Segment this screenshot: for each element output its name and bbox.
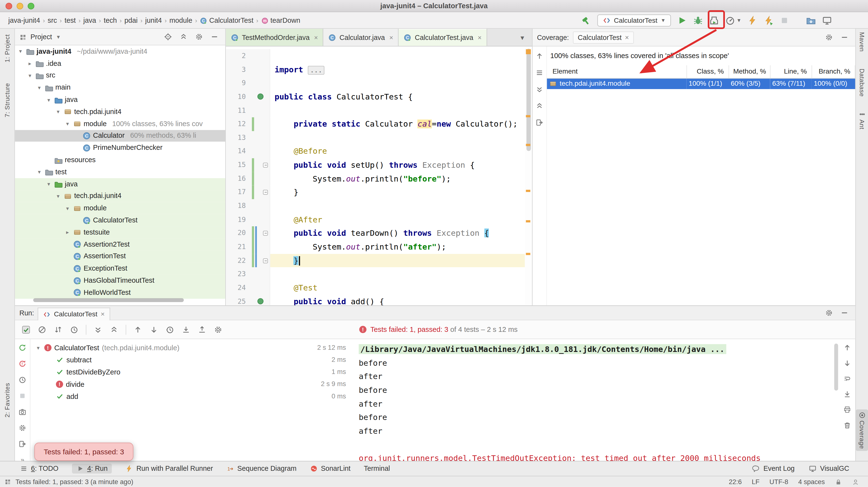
line-number[interactable]: 15 xyxy=(226,158,251,172)
line-number[interactable]: 10 xyxy=(226,90,251,104)
debug-button[interactable] xyxy=(693,15,703,25)
chevron-down-icon[interactable]: ▾ xyxy=(17,48,24,55)
line-number[interactable]: 9 xyxy=(226,76,251,90)
fold-marker[interactable] xyxy=(263,163,268,168)
breadcrumb-item[interactable]: mtearDown xyxy=(259,17,302,25)
toolbar-item-event-log[interactable]: Event Log xyxy=(752,465,795,473)
expand-all-button[interactable] xyxy=(93,325,102,334)
line-number[interactable]: 19 xyxy=(226,213,251,226)
chevron-right-icon[interactable]: ▸ xyxy=(27,61,33,67)
line-number[interactable]: 24 xyxy=(226,281,251,295)
editor-tab[interactable]: CCalculatorTest.java× xyxy=(399,29,487,46)
toolbar-item-terminal[interactable]: Terminal xyxy=(364,465,390,473)
code-line[interactable]: 12 private static Calculator cal=new Cal… xyxy=(226,118,532,131)
tree-item[interactable]: CHelloWorldTest xyxy=(15,287,225,299)
clear-console-button[interactable] xyxy=(843,421,851,429)
chevron-down-icon[interactable]: ▾ xyxy=(36,85,42,91)
screenshot-button[interactable] xyxy=(18,408,26,416)
scrollbar-thumb[interactable] xyxy=(527,48,531,151)
toolbar-item-todo[interactable]: 6: TODO xyxy=(20,465,58,473)
test-result-row[interactable]: subtract2 ms xyxy=(31,354,352,366)
scroll-to-end-button[interactable] xyxy=(843,390,851,398)
run-button[interactable] xyxy=(677,15,687,25)
sort-alphabetically-toggle[interactable] xyxy=(54,325,63,334)
chevron-down-icon[interactable]: ▼ xyxy=(56,34,61,40)
line-number[interactable]: 17 xyxy=(226,186,251,199)
tree-item[interactable]: CCalculator60% methods, 63% li xyxy=(15,130,225,142)
scroll-down-button[interactable] xyxy=(843,359,851,367)
test-history-button[interactable] xyxy=(18,376,26,384)
rerun-tests-button[interactable] xyxy=(18,344,26,352)
flatten-packages-toggle[interactable] xyxy=(535,68,544,77)
line-number[interactable]: 13 xyxy=(226,131,251,144)
coverage-column-header[interactable]: Branch, % xyxy=(812,65,855,78)
caret-position[interactable]: 22:6 xyxy=(729,478,742,486)
tree-item[interactable]: CCalculatorTest xyxy=(15,214,225,226)
print-console-button[interactable] xyxy=(843,405,851,414)
update-project-button[interactable] xyxy=(806,15,816,25)
lock-icon[interactable] xyxy=(835,478,842,486)
line-number[interactable]: 16 xyxy=(226,172,251,186)
line-number[interactable]: 25 xyxy=(226,295,251,305)
stripe-button-structure[interactable]: 7: Structure xyxy=(0,83,14,118)
code-line[interactable]: 24 @Test xyxy=(226,281,532,295)
test-result-row[interactable]: testDivideByZero1 ms xyxy=(31,366,352,378)
chevron-down-icon[interactable]: ▾ xyxy=(64,121,71,127)
code-line[interactable]: 20 public void tearDown() throws Excepti… xyxy=(226,227,532,240)
toolbar-item-run[interactable]: 4: Run xyxy=(72,463,112,474)
close-icon[interactable]: × xyxy=(477,33,482,41)
stripe-button-database[interactable]: Database xyxy=(856,68,868,97)
tabs-dropdown-button[interactable]: ▼ xyxy=(513,34,532,41)
show-passed-toggle[interactable] xyxy=(22,325,31,334)
close-icon[interactable]: × xyxy=(101,310,105,318)
tree-item[interactable]: ▾module100% classes, 63% lines cov xyxy=(15,118,225,130)
tree-item[interactable]: CExceptionTest xyxy=(15,262,225,274)
tree-item[interactable]: ▾src xyxy=(15,69,225,82)
line-number[interactable]: 23 xyxy=(226,267,251,281)
code-line[interactable]: 25 public void add() { xyxy=(226,295,532,305)
collapse-all-button[interactable] xyxy=(535,102,544,110)
line-number[interactable]: 22 xyxy=(226,254,251,267)
toolbar-item-sequence-diagram[interactable]: 1Sequence Diagram xyxy=(226,465,297,473)
breadcrumb-item[interactable]: java-junit4 xyxy=(6,17,42,25)
tool-window-switcher-icon[interactable] xyxy=(4,478,11,486)
toolbar-item-run-with-parallel-runner[interactable]: Run with Parallel Runner xyxy=(125,465,213,473)
project-view-title[interactable]: Project xyxy=(31,33,52,41)
coverage-column-header[interactable]: Element xyxy=(547,65,686,78)
breadcrumb-item[interactable]: java xyxy=(82,17,98,25)
coverage-settings-button[interactable] xyxy=(825,33,833,41)
coverage-row[interactable]: tech.pdai.junit4.module100% (1/1)60% (3/… xyxy=(547,78,855,89)
sort-by-duration-toggle[interactable] xyxy=(70,325,79,334)
line-number[interactable]: 2 xyxy=(226,49,251,63)
editor-tab[interactable]: CCalculator.java× xyxy=(323,29,399,46)
code-line[interactable]: 19 @After xyxy=(226,213,532,226)
scroll-up-button[interactable] xyxy=(843,344,851,352)
rerun-failed-tests-button[interactable]: ! xyxy=(18,360,26,368)
test-result-row[interactable]: ▾!CalculatorTest (tech.pdai.junit4.modul… xyxy=(31,341,352,353)
tree-item[interactable]: ▾java xyxy=(15,178,225,190)
tree-item[interactable]: ▾tech.pdai.junit4 xyxy=(15,190,225,202)
code-line[interactable]: 21 System.out.println("after"); xyxy=(226,240,532,254)
show-ignored-toggle[interactable] xyxy=(37,325,46,334)
console-scrollbar-thumb[interactable] xyxy=(834,344,838,390)
inspections-icon[interactable] xyxy=(852,478,859,486)
code-line[interactable]: 10public class CalculatorTest { xyxy=(226,90,532,104)
hide-run-button[interactable] xyxy=(840,309,848,317)
chevron-down-icon[interactable]: ▾ xyxy=(35,345,41,351)
stripe-button-favorites[interactable]: 2: Favorites xyxy=(0,383,14,418)
profiler-button[interactable]: ▼ xyxy=(725,15,741,25)
tree-item[interactable]: CHasGlobalTimeoutTest xyxy=(15,274,225,287)
generate-coverage-report-button[interactable] xyxy=(535,118,544,127)
chevron-down-icon[interactable]: ▾ xyxy=(55,109,61,115)
tree-item[interactable]: ▾test xyxy=(15,166,225,178)
run-settings-button[interactable] xyxy=(825,309,833,317)
import-test-results-button[interactable] xyxy=(182,325,191,334)
tree-item[interactable]: ▾tech.pdai.junit4 xyxy=(15,106,225,118)
editor-tab[interactable]: CTestMethodOrder.java× xyxy=(226,29,323,46)
soft-wrap-toggle[interactable] xyxy=(843,375,851,383)
line-number[interactable]: 11 xyxy=(226,104,251,118)
code-line[interactable]: 23 xyxy=(226,267,532,281)
previous-failed-test-button[interactable] xyxy=(133,325,143,334)
tree-item[interactable]: CAssertionTest xyxy=(15,250,225,262)
tree-item[interactable]: ▾main xyxy=(15,82,225,94)
